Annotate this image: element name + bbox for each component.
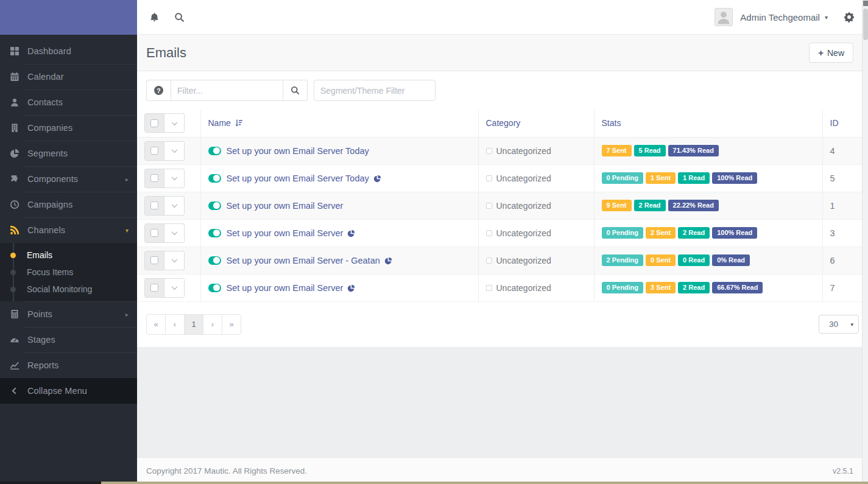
row-id: 3 (822, 219, 868, 247)
select-all-checkbox[interactable] (145, 114, 164, 132)
page-scrollbar[interactable] (862, 0, 868, 482)
help-button[interactable]: ? (146, 80, 171, 101)
bulk-actions-dropdown[interactable] (164, 114, 184, 132)
new-button[interactable]: + New (809, 43, 853, 63)
row-checkbox[interactable] (145, 251, 164, 270)
question-circle-icon: ? (154, 86, 163, 95)
column-header-id[interactable]: ID (822, 110, 868, 137)
publish-toggle[interactable] (208, 147, 221, 155)
stat-badge-read: 5 Read (634, 145, 666, 156)
chevron-down-icon (171, 202, 177, 208)
stat-badge-read: 0 Read (678, 254, 710, 266)
stat-badge-pending: 0 Pending (602, 172, 644, 184)
category-color-swatch (486, 230, 492, 236)
sidebar-item-components[interactable]: Components▸ (0, 166, 137, 192)
stat-badge-read: 2 Read (678, 227, 710, 239)
column-header-category[interactable]: Category (478, 110, 594, 137)
search-icon[interactable] (174, 12, 185, 23)
filter-input-group: ? (146, 80, 308, 101)
scrollbar-arrow[interactable] (863, 1, 868, 6)
stat-badge-sent: 3 Sent (646, 282, 676, 293)
publish-toggle[interactable] (208, 284, 221, 292)
row-actions-dropdown[interactable] (164, 224, 184, 242)
pagination-row: « ‹ 1 › » 30 ▾ (137, 302, 868, 338)
row-actions-dropdown[interactable] (164, 197, 184, 215)
sidebar-item-channels[interactable]: Channels▾ (0, 217, 137, 243)
email-name-link[interactable]: Set up your own Email Server (227, 228, 344, 238)
chevron-down-icon (171, 229, 177, 235)
collapse-menu-button[interactable]: Collapse Menu (0, 378, 137, 404)
category-color-swatch (486, 175, 492, 181)
copyright-text: Copyright 2017 Mautic. All Rights Reserv… (146, 466, 307, 475)
sidebar-item-points[interactable]: Points▸ (0, 301, 137, 327)
pagination-page-1-button[interactable]: 1 (184, 314, 203, 335)
pagination-first-button[interactable]: « (146, 314, 166, 335)
logo-area[interactable] (0, 0, 137, 35)
category-color-swatch (486, 285, 492, 291)
email-name-link[interactable]: Set up your own Email Server (227, 201, 344, 211)
email-name-link[interactable]: Set up your own Email Server Today (227, 146, 369, 156)
stat-badge-pending: 0 Pending (602, 282, 644, 293)
bullet-icon (10, 253, 16, 258)
publish-toggle[interactable] (208, 174, 221, 183)
column-header-name[interactable]: Name (200, 110, 478, 137)
user-name: Admin Techgeomail (740, 12, 820, 23)
category-color-swatch (486, 258, 492, 264)
row-checkbox[interactable] (145, 197, 164, 215)
sidebar-item-segments[interactable]: Segments (0, 141, 137, 166)
sidebar-subitem-emails[interactable]: Emails (0, 247, 137, 264)
campaigns-icon (9, 200, 19, 210)
row-checkbox[interactable] (145, 279, 164, 297)
row-actions-dropdown[interactable] (164, 142, 184, 160)
category-label: Uncategorized (496, 228, 551, 238)
sidebar-item-reports[interactable]: Reports (0, 352, 137, 378)
stat-badge-sent: 1 Sent (646, 172, 676, 184)
email-name-link[interactable]: Set up your own Email Server Today (227, 174, 369, 183)
sidebar-item-dashboard[interactable]: Dashboard (0, 38, 137, 64)
pagination-next-button[interactable]: › (203, 314, 222, 335)
search-button[interactable] (283, 80, 308, 101)
sidebar-item-calendar[interactable]: Calendar (0, 64, 137, 89)
row-actions-dropdown[interactable] (164, 169, 184, 188)
bell-icon[interactable] (149, 12, 160, 23)
pagination-last-button[interactable]: » (222, 314, 241, 335)
stat-badge-read: 1 Read (678, 172, 710, 184)
stat-badge-percent: 0% Read (712, 254, 750, 266)
row-checkbox[interactable] (145, 224, 164, 242)
stat-badge-percent: 100% Read (712, 227, 757, 239)
publish-toggle[interactable] (208, 256, 221, 265)
row-actions-dropdown[interactable] (164, 279, 184, 297)
chevron-right-icon: ▸ (125, 311, 129, 318)
sidebar-item-contacts[interactable]: Contacts (0, 89, 137, 115)
row-actions-dropdown[interactable] (164, 251, 184, 270)
scrollbar-thumb[interactable] (863, 9, 868, 40)
sidebar-nav: DashboardCalendarContactsCompaniesSegmen… (0, 35, 137, 404)
publish-toggle[interactable] (208, 202, 221, 210)
select-all-control (144, 113, 185, 133)
per-page-select[interactable]: 30 ▾ (819, 315, 859, 334)
user-menu[interactable]: Admin Techgeomail ▾ (715, 8, 828, 26)
sidebar-subitem-focus-items[interactable]: Focus Items (0, 264, 137, 281)
taskbar-sliver (0, 482, 868, 484)
sidebar-item-label: Stages (27, 335, 55, 345)
pagination-prev-button[interactable]: ‹ (165, 314, 185, 335)
sidebar-item-stages[interactable]: Stages (0, 327, 137, 352)
segment-theme-filter-input[interactable] (314, 80, 436, 101)
column-header-stats: Stats (594, 110, 822, 137)
category-label: Uncategorized (496, 283, 551, 293)
sidebar-item-label: Segments (27, 149, 68, 158)
email-name-link[interactable]: Set up your own Email Server (227, 283, 344, 293)
sidebar-item-campaigns[interactable]: Campaigns (0, 192, 137, 217)
row-checkbox[interactable] (145, 142, 164, 160)
emails-table: Name Category Stats ID Set up your own E… (137, 110, 868, 302)
email-name-link[interactable]: Set up your own Email Server - Geatan (227, 256, 380, 265)
sidebar-item-companies[interactable]: Companies (0, 115, 137, 141)
row-select-control (144, 278, 185, 298)
gear-icon[interactable] (844, 12, 855, 23)
filter-input[interactable] (171, 80, 283, 101)
sidebar-subitem-social-monitoring[interactable]: Social Monitoring (0, 281, 137, 298)
publish-toggle[interactable] (208, 229, 221, 237)
pie-chart-icon (347, 230, 355, 237)
row-checkbox[interactable] (145, 169, 164, 188)
sidebar-item-label: Contacts (27, 97, 63, 107)
